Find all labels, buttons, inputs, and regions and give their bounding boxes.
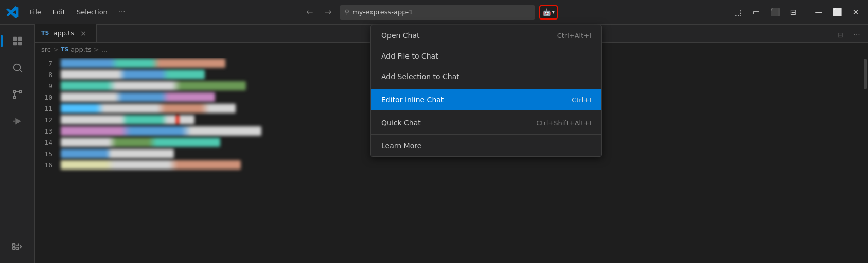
panel-layout-button[interactable]: ▭: [748, 4, 765, 21]
svg-point-6: [13, 90, 16, 93]
sidebar-item-search[interactable]: [5, 55, 30, 80]
tab-lang-label: TS: [41, 30, 49, 36]
menu-item-editor-inline-chat[interactable]: Editor Inline Chat Ctrl+I: [371, 89, 601, 110]
code-line-16: 16: [35, 159, 868, 171]
tab-close-button[interactable]: ×: [80, 29, 86, 37]
sidebar-layout-button[interactable]: ⬚: [730, 4, 746, 21]
search-text: my-express-app-1: [352, 8, 413, 16]
copilot-button[interactable]: 🤖 ▾: [539, 5, 558, 20]
svg-rect-11: [12, 247, 15, 250]
breadcrumb-file: app.ts: [70, 46, 91, 53]
menu-item-add-file-to-chat[interactable]: Add File to Chat: [371, 46, 601, 66]
window-controls: ⬚ ▭ ⬛ ⊟ — ⬜ ✕: [730, 4, 864, 21]
menu-bar: File Edit Selection ···: [25, 6, 130, 18]
breadcrumb-lang: TS: [61, 46, 68, 53]
svg-rect-12: [12, 244, 15, 247]
menu-item-quick-chat[interactable]: Quick Chat Ctrl+Shift+Alt+I: [371, 112, 601, 133]
back-button[interactable]: ←: [303, 5, 317, 20]
breadcrumb-src: src: [41, 46, 51, 53]
svg-rect-3: [17, 42, 21, 45]
svg-point-4: [13, 64, 20, 71]
breadcrumb-sep1: >: [53, 46, 59, 53]
menu-item-learn-more[interactable]: Learn More: [371, 136, 601, 156]
menu-item-open-chat[interactable]: Open Chat Ctrl+Alt+I: [371, 25, 601, 46]
svg-rect-1: [17, 37, 21, 41]
search-bar[interactable]: ⚲ my-express-app-1: [340, 5, 535, 20]
scrollbar-thumb: [864, 59, 867, 89]
svg-point-7: [13, 96, 16, 99]
sidebar-item-source-control[interactable]: [5, 82, 30, 107]
svg-point-10: [13, 120, 15, 122]
editor-layout-button[interactable]: ⬛: [767, 4, 783, 21]
chevron-down-icon: ▾: [552, 9, 555, 15]
vscode-logo: [4, 4, 21, 21]
breadcrumb-ellipsis: ...: [101, 46, 108, 53]
split-editor-button[interactable]: ⊟: [833, 28, 847, 42]
menu-more[interactable]: ···: [114, 6, 130, 18]
menu-edit[interactable]: Edit: [47, 6, 70, 18]
maximize-button[interactable]: ⬜: [829, 4, 845, 21]
title-center: ← → ⚲ my-express-app-1 🤖 ▾: [132, 5, 728, 20]
copilot-dropdown-menu: Open Chat Ctrl+Alt+I Add File to Chat Ad…: [370, 25, 602, 157]
editor-scrollbar[interactable]: [863, 58, 868, 263]
title-bar: File Edit Selection ··· ← → ⚲ my-express…: [0, 0, 868, 25]
menu-selection[interactable]: Selection: [72, 6, 113, 18]
search-icon: ⚲: [345, 8, 350, 16]
svg-line-5: [20, 70, 22, 72]
menu-file[interactable]: File: [25, 6, 46, 18]
tab-app-ts[interactable]: TS app.ts ×: [35, 24, 97, 42]
forward-button[interactable]: →: [321, 5, 335, 20]
separator-1: [371, 88, 601, 88]
sidebar-item-run[interactable]: [5, 109, 30, 134]
separator-2: [371, 111, 601, 111]
copilot-icon: 🤖: [542, 8, 551, 16]
menu-item-add-selection-to-chat[interactable]: Add Selection to Chat: [371, 66, 601, 87]
svg-marker-9: [15, 118, 21, 125]
separator-3: [371, 134, 601, 135]
more-actions-button[interactable]: ···: [849, 28, 864, 42]
tab-filename: app.ts: [53, 29, 74, 37]
minimize-button[interactable]: —: [810, 4, 827, 21]
split-layout-button[interactable]: ⊟: [785, 4, 802, 21]
sidebar-item-explorer[interactable]: [5, 29, 30, 53]
close-button[interactable]: ✕: [847, 4, 864, 21]
editor-actions: ⊟ ···: [829, 28, 868, 42]
sidebar-item-extensions[interactable]: [5, 234, 30, 259]
svg-rect-13: [16, 247, 19, 250]
activity-bar: [0, 25, 35, 263]
breadcrumb-sep2: >: [94, 46, 99, 53]
svg-rect-0: [13, 37, 16, 41]
svg-rect-2: [13, 42, 16, 45]
